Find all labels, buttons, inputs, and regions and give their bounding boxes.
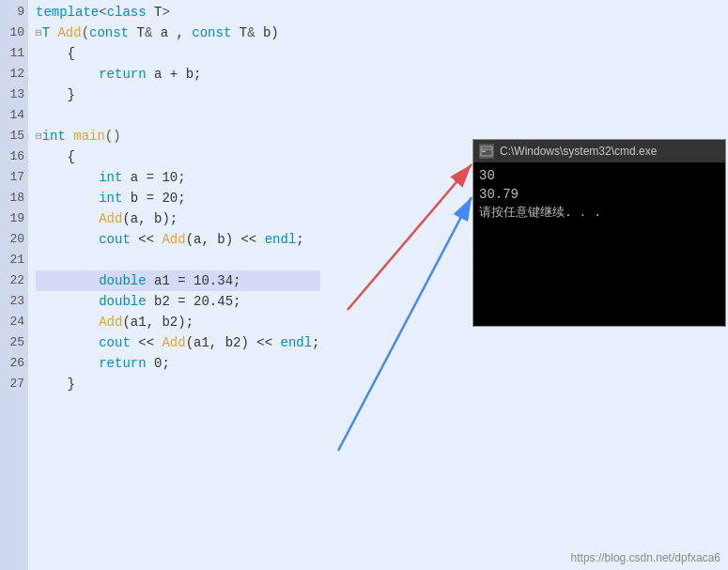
kw-template: template xyxy=(36,2,99,23)
code-line-10: ⊟T Add(const T& a , const T& b) xyxy=(36,23,320,43)
line-num-12: 12 xyxy=(0,64,28,85)
line-num-16: 16 xyxy=(0,146,28,167)
cmd-title-text: C:\Windows\system32\cmd.exe xyxy=(500,145,657,158)
line-num-14: 14 xyxy=(0,105,28,126)
code-line-11: { xyxy=(36,43,320,64)
line-num-25: 25 xyxy=(0,332,28,353)
watermark: https://blog.csdn.net/dpfxaca6 xyxy=(571,551,720,564)
code-line-26: return 0; xyxy=(36,353,320,374)
cmd-output-prompt: 请按任意键继续. . . xyxy=(479,204,720,223)
code-line-9: template<class T> xyxy=(36,2,320,23)
cmd-body: 30 30.79 请按任意键继续. . . xyxy=(473,162,725,326)
code-line-13: } xyxy=(36,85,320,105)
line-num-13: 13 xyxy=(0,85,28,105)
cmd-titlebar: C:\Windows\system32\cmd.exe xyxy=(473,140,725,162)
code-line-14 xyxy=(36,105,320,126)
code-content: template<class T> ⊟T Add(const T& a , co… xyxy=(28,0,320,394)
code-line-21 xyxy=(36,250,320,270)
cmd-output-3079: 30.79 xyxy=(479,185,720,204)
line-num-15: 15 xyxy=(0,126,28,146)
line-num-24: 24 xyxy=(0,312,28,332)
code-line-17: int a = 10; xyxy=(36,167,320,188)
fold-icon-15: ⊟ xyxy=(36,126,42,146)
line-num-27: 27 xyxy=(0,374,28,394)
cmd-output-30: 30 xyxy=(479,166,720,185)
code-line-20: cout << Add(a, b) << endl; xyxy=(36,229,320,250)
line-num-11: 11 xyxy=(0,43,28,64)
code-line-25: cout << Add(a1, b2) << endl; xyxy=(36,332,320,353)
line-num-21: 21 xyxy=(0,250,28,270)
line-num-10: 10 xyxy=(0,23,28,43)
code-line-16: { xyxy=(36,146,320,167)
line-num-18: 18 xyxy=(0,188,28,208)
line-num-17: 17 xyxy=(0,167,28,188)
svg-rect-2 xyxy=(482,151,486,153)
code-line-15: ⊟int main() xyxy=(36,126,320,146)
code-line-23: double b2 = 20.45; xyxy=(36,291,320,312)
line-num-23: 23 xyxy=(0,291,28,312)
cmd-icon xyxy=(479,144,494,159)
code-line-22: double a1 = 10.34; xyxy=(36,270,320,291)
line-num-22: 22 xyxy=(0,270,28,291)
line-num-19: 19 xyxy=(0,208,28,229)
code-line-24: Add(a1, b2); xyxy=(36,312,320,332)
code-line-18: int b = 20; xyxy=(36,188,320,208)
line-num-9: 9 xyxy=(0,2,28,23)
line-numbers-gutter: 9 10 11 12 13 14 15 16 17 18 19 20 21 22… xyxy=(0,0,28,570)
code-line-12: return a + b; xyxy=(36,64,320,85)
code-line-27: } xyxy=(36,374,320,394)
fold-icon-10: ⊟ xyxy=(36,23,42,43)
line-num-26: 26 xyxy=(0,353,28,374)
cmd-window: C:\Windows\system32\cmd.exe 30 30.79 请按任… xyxy=(472,139,726,327)
line-num-20: 20 xyxy=(0,229,28,250)
code-line-19: Add(a, b); xyxy=(36,208,320,229)
